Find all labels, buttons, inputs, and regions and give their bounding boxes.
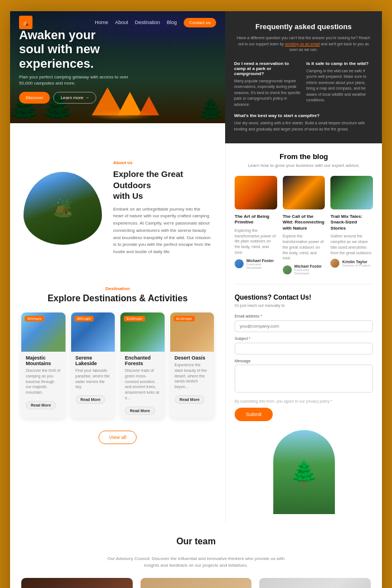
destination-name-2: Serene Lakeside (76, 355, 111, 366)
about-image: 🏕️ (24, 172, 102, 245)
faq-answer-2: Camping in the wild can be safe if you'r… (306, 68, 373, 104)
faq-email-link[interactable]: sending us an email (285, 42, 320, 46)
hero-subtitle: Plan your perfect camping getaway with a… (19, 74, 131, 86)
destination-name-3: Enchanted Forests (125, 355, 160, 366)
destination-badge-2: $89/night (74, 316, 94, 321)
destination-desc-4: Experience the stark beauty of the deser… (175, 362, 210, 390)
blog-card-3: Trail Mix Tales: Snack-Sized Stories Gat… (330, 176, 373, 275)
blog-card-1: The Art of Being Primitive Exploring the… (235, 176, 277, 275)
faq-answer-1: Many popular campgrounds require reserva… (234, 78, 301, 108)
destination-name-4: Desert Oasis (175, 355, 210, 361)
privacy-text: By submitting this form, you agree to ou… (235, 399, 373, 403)
blog-avatar-3 (330, 259, 339, 268)
contact-title: Questions? Contact Us! (235, 293, 373, 301)
about-title: Explore the Great Outdoors with Us (113, 169, 212, 202)
destination-card-4: $119/night Desert Oasis Experience the s… (170, 312, 214, 418)
blog-excerpt-3: Gather around the campfire as we share b… (330, 234, 373, 255)
blog-excerpt-1: Exploring the transformative power of li… (235, 228, 277, 255)
blog-post-title-1: The Art of Being Primitive (235, 214, 277, 226)
destination-desc-3: Discover trails of green moss-covered wo… (125, 368, 160, 401)
nav-links: Home About Destination Blog Contact us (95, 18, 216, 27)
blog-image-3 (330, 176, 373, 209)
blog-avatar-2 (283, 265, 292, 274)
about-description: Embark on an unforgettable journey into … (113, 206, 212, 256)
about-tag: About us (113, 160, 212, 165)
nav-home[interactable]: Home (95, 20, 108, 25)
blog-avatar-1 (235, 259, 244, 268)
team-photo-3: 🧓 (259, 578, 371, 588)
destinations-title: Explore Destinations & Activities (21, 293, 214, 304)
destinations-grid: $99/night Majestic Mountains Discover th… (21, 312, 214, 418)
team-card-2: 👩 Isabel Rodriguez Business Analyst ✉ in (141, 578, 252, 588)
email-label: Email address * (235, 314, 373, 318)
destination-desc-2: Find your lakeside paradise, where the w… (76, 368, 111, 390)
contact-arch-image: 🌲 (273, 430, 335, 514)
faq-answer-3: Use dry wood, starting with a fire start… (234, 120, 373, 132)
subject-input[interactable] (235, 343, 373, 354)
blog-author-3: Kristin Taylor Director of Product (330, 259, 373, 268)
destination-card-1: $99/night Majestic Mountains Discover th… (21, 312, 66, 418)
view-all-button[interactable]: View all (99, 431, 137, 444)
nav-blog[interactable]: Blog (167, 20, 177, 25)
email-input[interactable] (235, 320, 373, 332)
team-photo-2: 👩 (141, 578, 252, 588)
blog-subtitle: Learn how to grow your business with our… (235, 163, 373, 168)
destination-name-1: Majestic Mountains (26, 355, 61, 366)
read-more-btn-3[interactable]: Read More (125, 407, 155, 415)
blog-card-2: The Call of the Wild: Reconnecting with … (283, 176, 325, 275)
team-title: Our team (21, 536, 371, 547)
nav-about[interactable]: About (115, 20, 128, 25)
blog-image-2 (283, 176, 325, 209)
faq-question-2: Is it safe to camp in the wild? (306, 61, 373, 66)
faq-grid: Do I need a reservation to camp at a par… (234, 61, 373, 108)
navbar: ⛺ Home About Destination Blog Contact us (10, 11, 225, 34)
read-more-btn-2[interactable]: Read More (76, 395, 106, 404)
destinations-tag: Destination (21, 286, 214, 291)
read-more-btn-4[interactable]: Read More (175, 395, 205, 404)
nav-destination[interactable]: Destination (135, 20, 160, 25)
team-photo-1: 👨 (21, 578, 133, 588)
faq-question-1: Do I need a reservation to camp at a par… (234, 61, 301, 76)
faq-title: Frequently asked questions (234, 22, 373, 31)
destination-card-3: $109/night Enchanted Forests Discover tr… (120, 312, 165, 418)
learn-more-button[interactable]: Learn more → (53, 92, 96, 104)
destination-badge-1: $99/night (25, 316, 44, 321)
message-label: Message (235, 359, 373, 363)
message-input[interactable] (235, 365, 373, 393)
blog-author-2: Michael Foster Front-end Developer (283, 264, 325, 275)
blog-title: From the blog (235, 152, 373, 161)
team-card-3: 🧓 Leo Martin Compliance Trainer ✉ in (259, 578, 371, 588)
subject-label: Subject * (235, 337, 373, 340)
site-logo: ⛺ (19, 16, 32, 29)
faq-question-3: What's the best way to start a campfire? (234, 113, 373, 118)
hero-content: Awaken your soul with new experiences. P… (19, 28, 131, 104)
contact-subtitle: Or just reach out manually to (235, 304, 373, 307)
read-more-btn-1[interactable]: Read More (26, 401, 56, 409)
blog-post-title-2: The Call of the Wild: Reconnecting with … (283, 214, 325, 231)
destination-card-2: $89/night Serene Lakeside Find your lake… (71, 312, 115, 418)
team-grid: 👨 Jack Miller Business Analyst ✉ in 👩 Is… (21, 578, 371, 588)
faq-item: Is it safe to camp in the wild? Camping … (306, 61, 373, 108)
blog-post-title-3: Trail Mix Tales: Snack-Sized Stories (330, 214, 373, 231)
team-card-1: 👨 Jack Miller Business Analyst ✉ in (21, 578, 133, 588)
faq-item-full: What's the best way to start a campfire?… (234, 113, 373, 132)
blog-excerpt-2: Explore the transformative power of the … (283, 234, 325, 261)
hero-title: Awaken your soul with new experiences. (19, 28, 131, 71)
blog-author-1: Michael Foster Front-end Developer (235, 259, 277, 269)
blog-cards: The Art of Being Primitive Exploring the… (235, 176, 373, 275)
faq-item: Do I need a reservation to camp at a par… (234, 61, 301, 108)
destination-badge-3: $109/night (124, 316, 145, 321)
blog-image-1 (235, 176, 277, 209)
nav-contact-btn[interactable]: Contact us (184, 18, 216, 27)
team-description: Our Advisory Council: Discover the influ… (101, 556, 291, 569)
destination-badge-4: $119/night (174, 316, 195, 321)
faq-intro: Have a different question you can't find… (234, 35, 373, 53)
destination-desc-1: Discover the thrill of camping as you tr… (26, 368, 61, 395)
submit-button[interactable]: Submit (235, 408, 273, 421)
discover-button[interactable]: Discover (19, 92, 50, 104)
